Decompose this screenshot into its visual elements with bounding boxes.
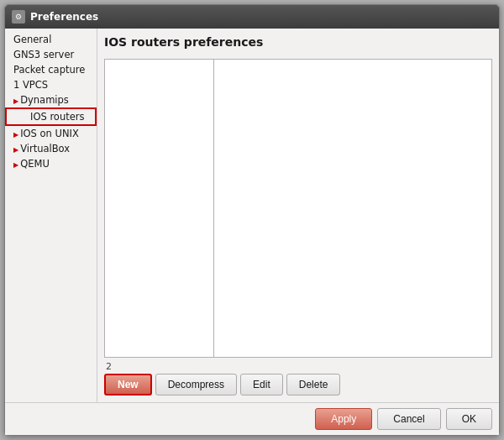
triangle-icon: ▶ bbox=[13, 131, 18, 139]
sidebar-item-label: Packet capture bbox=[13, 64, 85, 76]
sidebar-item-label: IOS routers bbox=[30, 111, 85, 123]
router-detail bbox=[214, 60, 491, 357]
triangle-icon: ▶ bbox=[13, 97, 18, 105]
sidebar-item-label: QEMU bbox=[20, 158, 50, 170]
sidebar-item-general[interactable]: General bbox=[5, 32, 97, 47]
sidebar-item-dynamips[interactable]: ▶Dynamips bbox=[5, 92, 97, 107]
panel-title: IOS routers preferences bbox=[104, 35, 492, 52]
triangle-icon: ▶ bbox=[13, 161, 18, 169]
decompress-button[interactable]: Decompress bbox=[155, 374, 237, 395]
window-title: Preferences bbox=[30, 11, 98, 23]
edit-button[interactable]: Edit bbox=[240, 374, 283, 395]
sidebar-item-packet-capture[interactable]: Packet capture bbox=[5, 62, 97, 77]
apply-button[interactable]: Apply bbox=[315, 408, 372, 430]
main-panel: IOS routers preferences 2 New Decompress… bbox=[97, 29, 499, 402]
sidebar-item-label: Dynamips bbox=[20, 94, 69, 106]
triangle-icon: ▶ bbox=[13, 146, 18, 154]
preferences-window: ⚙ Preferences GeneralGNS3 serverPacket c… bbox=[4, 4, 500, 436]
sidebar-item-virtualbox[interactable]: ▶VirtualBox bbox=[5, 141, 97, 156]
sidebar: GeneralGNS3 serverPacket capture1 VPCS▶D… bbox=[5, 29, 97, 402]
sidebar-item-label: GNS3 server bbox=[13, 49, 74, 60]
sidebar-item-ios-routers[interactable]: IOS routers bbox=[5, 107, 97, 126]
panel-body bbox=[104, 59, 492, 358]
delete-button[interactable]: Delete bbox=[286, 374, 341, 395]
sidebar-item-qemu[interactable]: ▶QEMU bbox=[5, 156, 97, 171]
sidebar-item-vpcs[interactable]: 1 VPCS bbox=[5, 77, 97, 92]
content-area: GeneralGNS3 serverPacket capture1 VPCS▶D… bbox=[5, 29, 499, 402]
window-icon: ⚙ bbox=[12, 10, 25, 24]
titlebar: ⚙ Preferences bbox=[5, 5, 499, 29]
sidebar-item-label: VirtualBox bbox=[20, 143, 70, 155]
sidebar-item-label: 1 VPCS bbox=[13, 79, 48, 91]
footer: Apply Cancel OK bbox=[5, 402, 499, 435]
sidebar-item-gns3-server[interactable]: GNS3 server bbox=[5, 47, 97, 62]
sidebar-item-ios-on-unix[interactable]: ▶IOS on UNIX bbox=[5, 126, 97, 141]
action-buttons: New Decompress Edit Delete bbox=[104, 374, 492, 395]
panel-bottom: 2 New Decompress Edit Delete bbox=[104, 361, 492, 395]
sidebar-item-label: IOS on UNIX bbox=[20, 128, 79, 139]
routers-list bbox=[105, 60, 214, 357]
sidebar-item-label: General bbox=[13, 34, 51, 45]
ok-button[interactable]: OK bbox=[446, 408, 492, 430]
cancel-button[interactable]: Cancel bbox=[377, 408, 440, 430]
new-button[interactable]: New bbox=[104, 374, 152, 395]
row-number: 2 bbox=[104, 361, 492, 372]
